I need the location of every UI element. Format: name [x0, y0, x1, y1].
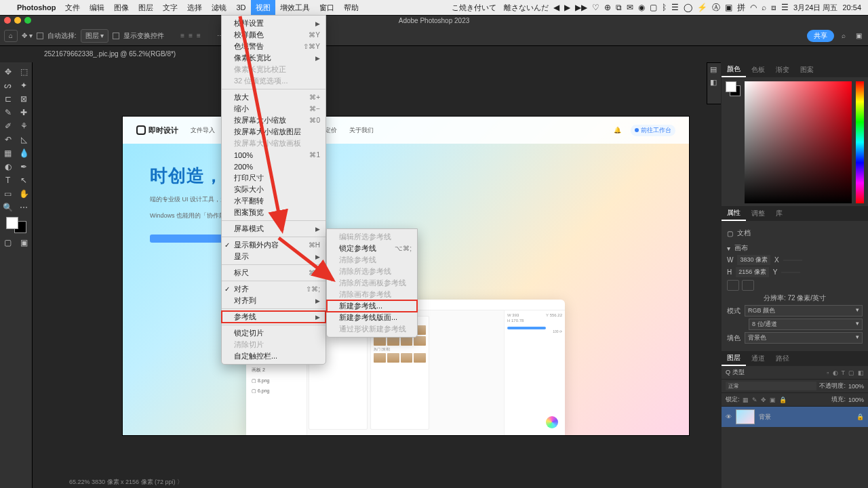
- folder-icon[interactable]: ▣: [725, 3, 732, 12]
- app-name[interactable]: Photoshop: [12, 3, 60, 12]
- menu-item[interactable]: 校样设置▶: [222, 18, 326, 29]
- wand-tool[interactable]: ✦: [16, 79, 33, 92]
- shape-tool[interactable]: ▭: [0, 187, 16, 201]
- lang-icon[interactable]: 拼: [737, 2, 745, 14]
- width-field[interactable]: 3830 像素: [737, 255, 770, 265]
- blend-mode[interactable]: 正常: [726, 382, 816, 390]
- auto-select-checkbox[interactable]: [37, 33, 43, 39]
- eyedrop-tool[interactable]: ✎: [0, 106, 16, 119]
- menu-item[interactable]: 校样颜色⌘Y: [222, 29, 326, 41]
- menu-item[interactable]: 实际大小: [222, 184, 326, 195]
- menu-文件[interactable]: 文件: [60, 0, 85, 15]
- menu-item[interactable]: 200%: [222, 161, 326, 172]
- tab-channels[interactable]: 通道: [746, 354, 770, 363]
- menu-item[interactable]: 缩小⌘−: [222, 103, 326, 115]
- height-field[interactable]: 2156 像素: [736, 267, 769, 277]
- color-panel[interactable]: [722, 77, 868, 206]
- mask-mode-icon[interactable]: ▢: [0, 236, 16, 249]
- menu-增效工具[interactable]: 增效工具: [275, 0, 315, 15]
- menu-item[interactable]: 放大⌘+: [222, 92, 326, 103]
- menu-item[interactable]: 图案预览: [222, 207, 326, 218]
- crop-tool[interactable]: ⊏: [0, 92, 16, 106]
- cc-icon[interactable]: ⧈: [771, 3, 776, 12]
- history-tool[interactable]: ↶: [0, 133, 16, 146]
- menu-item[interactable]: 打印尺寸: [222, 172, 326, 184]
- heal-tool[interactable]: ✚: [16, 106, 33, 119]
- heart-icon[interactable]: ♡: [592, 3, 599, 12]
- tab-color[interactable]: 颜色: [722, 62, 746, 77]
- control-icon[interactable]: ☰: [781, 3, 789, 12]
- menu-item[interactable]: 标尺⌘R: [222, 267, 326, 279]
- brush-tool[interactable]: ✐: [0, 119, 16, 133]
- menu-3D[interactable]: 3D: [231, 0, 250, 15]
- menu-帮助[interactable]: 帮助: [339, 0, 363, 15]
- lock-icon[interactable]: 🔒: [856, 413, 864, 420]
- menu-item[interactable]: 锁定参考线⌥⌘;: [327, 243, 417, 254]
- workspace-icon[interactable]: ▣: [853, 32, 864, 39]
- align-icon[interactable]: ≡: [189, 32, 193, 39]
- stamp-tool[interactable]: ⚘: [16, 119, 33, 133]
- document-tab[interactable]: 2521679662338_.pic.jpg @ 65.2%(RGB/8*): [37, 46, 182, 62]
- move-tool-icon[interactable]: ✥ ▾: [22, 32, 33, 39]
- align-icon[interactable]: ≡: [197, 32, 201, 39]
- menu-item[interactable]: 新建参考线版面...: [327, 312, 417, 323]
- menu-item[interactable]: 显示▶: [222, 251, 326, 262]
- filter-icon[interactable]: ▢: [848, 369, 854, 376]
- tab-properties[interactable]: 属性: [722, 206, 746, 221]
- share-button[interactable]: 共享: [807, 30, 834, 42]
- zoom-tool[interactable]: 🔍: [0, 201, 16, 214]
- wechat-icon[interactable]: ✉: [627, 3, 633, 12]
- auto-select-target[interactable]: 图层 ▾: [81, 29, 109, 43]
- minimize-window-icon[interactable]: [14, 17, 21, 24]
- next-icon[interactable]: ▶▶: [575, 3, 587, 12]
- fill-dropdown[interactable]: 背景色▾: [745, 332, 863, 344]
- blur-tool[interactable]: 💧: [16, 146, 33, 160]
- color-swatch[interactable]: [6, 217, 26, 233]
- menubar-date[interactable]: 3月24日 周五: [793, 3, 837, 13]
- tab-pattern[interactable]: 图案: [795, 65, 819, 75]
- filter-icon[interactable]: ◧: [858, 369, 864, 376]
- camera-icon[interactable]: ⊕: [604, 3, 611, 12]
- search-icon[interactable]: ⌕: [838, 32, 849, 39]
- lock-icon[interactable]: ▣: [770, 396, 776, 403]
- menu-item[interactable]: 按屏幕大小缩放⌘0: [222, 115, 326, 126]
- gradient-tool[interactable]: ▦: [0, 146, 16, 160]
- dodge-tool[interactable]: ◐: [0, 160, 16, 174]
- menu-窗口[interactable]: 窗口: [315, 0, 339, 15]
- path-tool[interactable]: ↖: [16, 174, 33, 187]
- lasso-tool[interactable]: ᔕ: [0, 79, 16, 92]
- menu-item[interactable]: 按屏幕大小缩放图层: [222, 126, 326, 138]
- menu-item[interactable]: 像素长宽比▶: [222, 52, 326, 64]
- traffic-lights[interactable]: [4, 17, 31, 24]
- move-tool[interactable]: ✥: [0, 65, 16, 79]
- tab-swatches[interactable]: 色板: [746, 65, 770, 75]
- access-icon[interactable]: Ⓐ: [712, 2, 720, 14]
- menu-item[interactable]: 新建参考线...: [327, 300, 417, 312]
- tab-layers[interactable]: 图层: [722, 351, 746, 366]
- play-icon[interactable]: ▶: [564, 3, 570, 12]
- menu-文字[interactable]: 文字: [158, 0, 182, 15]
- tab-adjust[interactable]: 调整: [746, 209, 770, 218]
- zoom-window-icon[interactable]: [24, 17, 31, 24]
- orient-button[interactable]: [742, 280, 754, 291]
- menu-item[interactable]: 100%⌘1: [222, 149, 326, 161]
- frame-tool[interactable]: ⊠: [16, 92, 33, 106]
- bluetooth-icon[interactable]: ᛒ: [662, 3, 667, 12]
- depth-dropdown[interactable]: 8 位/通道▾: [749, 319, 863, 330]
- collapsed-panel-icon[interactable]: ◧: [710, 78, 717, 87]
- tab-library[interactable]: 库: [770, 209, 788, 218]
- layer-name[interactable]: 背景: [759, 413, 771, 422]
- layer-filter[interactable]: Q 类型: [726, 368, 745, 377]
- filter-icon[interactable]: ▫: [827, 369, 829, 376]
- vpn-icon[interactable]: ☰: [671, 3, 679, 12]
- menu-视图[interactable]: 视图: [251, 0, 275, 15]
- menu-图像[interactable]: 图像: [109, 0, 134, 15]
- fill-value[interactable]: 100%: [848, 396, 864, 403]
- filter-icon[interactable]: ◐: [833, 369, 838, 376]
- collapsed-panel-icon[interactable]: ▤: [710, 65, 717, 74]
- menu-选择[interactable]: 选择: [182, 0, 207, 15]
- menu-item[interactable]: 显示额外内容⌘H: [222, 239, 326, 251]
- layer-row[interactable]: 👁 背景 🔒: [722, 407, 868, 427]
- y-field[interactable]: [781, 272, 800, 273]
- type-tool[interactable]: T: [0, 174, 16, 187]
